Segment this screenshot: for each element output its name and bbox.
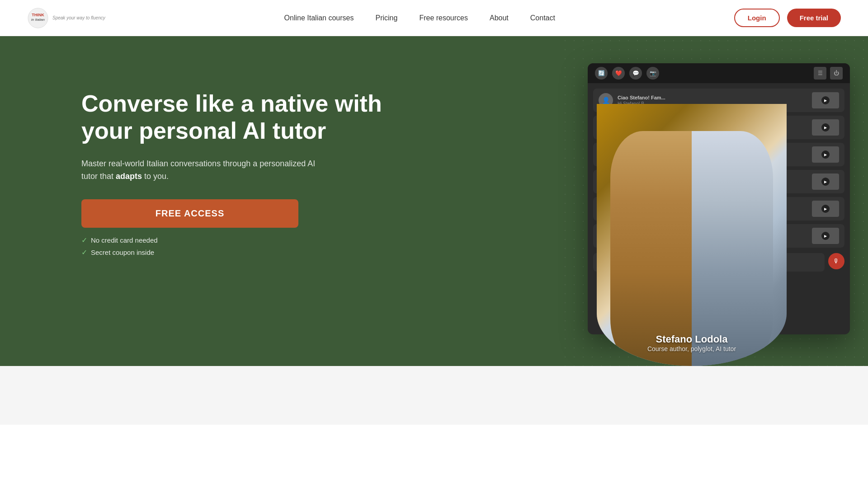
hero-desc-bold: adapts [116, 172, 142, 181]
hero-description: Master real-world Italian conversations … [81, 157, 326, 183]
app-topbar-left-icons: 🔄 ❤️ 💬 📷 [595, 67, 659, 80]
app-icon-2: ❤️ [612, 67, 625, 80]
app-icon-1: 🔄 [595, 67, 608, 80]
nav-online-italian-courses[interactable]: Online Italian courses [284, 14, 354, 22]
person-overlay: Stefano Lodola Course author, polyglot, … [597, 104, 787, 366]
logo[interactable]: THINK in Italian Speak your way to fluen… [27, 7, 105, 29]
chat-thumb-1: ▶ [812, 92, 839, 108]
play-btn-3[interactable]: ▶ [821, 150, 830, 159]
play-btn-5[interactable]: ▶ [821, 205, 830, 213]
play-btn-6[interactable]: ▶ [821, 232, 830, 240]
app-icon-4: 📷 [646, 67, 659, 80]
logo-tagline: Speak your way to fluency [52, 15, 105, 20]
app-power-icon: ⏻ [830, 67, 843, 80]
play-btn-2[interactable]: ▶ [821, 123, 830, 131]
check-item-1: ✓ No credit card needed [81, 236, 398, 244]
play-btn-4[interactable]: ▶ [821, 178, 830, 186]
hero-content: Converse like a native with your persona… [81, 72, 398, 257]
footer-strip [0, 366, 868, 425]
play-btn-1[interactable]: ▶ [821, 96, 830, 104]
check-label-2: Secret coupon inside [91, 249, 154, 256]
navbar: THINK in Italian Speak your way to fluen… [0, 0, 868, 36]
face-robot-half [692, 131, 773, 366]
free-access-button[interactable]: FREE ACCESS [81, 199, 298, 228]
chat-thumb-5: ▶ [812, 201, 839, 217]
chat-thumb-2: ▶ [812, 119, 839, 136]
person-name-badge: Stefano Lodola Course author, polyglot, … [647, 333, 736, 352]
face-container [610, 131, 773, 366]
hero-desc-suffix: to you. [142, 172, 169, 181]
check-label-1: No credit card needed [91, 236, 158, 244]
login-button[interactable]: Login [734, 9, 780, 27]
check-item-2: ✓ Secret coupon inside [81, 248, 398, 257]
face-human-half [610, 131, 692, 366]
chat-thumb-6: ▶ [812, 228, 839, 244]
person-face [597, 104, 787, 366]
mic-button[interactable]: 🎙 [828, 253, 844, 269]
nav-contact[interactable]: Contact [530, 14, 555, 22]
nav-about[interactable]: About [490, 14, 509, 22]
hero-section: Converse like a native with your persona… [0, 36, 868, 366]
chat-thumb-3: ▶ [812, 146, 839, 163]
free-trial-button[interactable]: Free trial [787, 9, 841, 27]
chat-thumb-4: ▶ [812, 174, 839, 190]
hero-title: Converse like a native with your persona… [81, 90, 398, 145]
nav-free-resources[interactable]: Free resources [419, 14, 468, 22]
app-topbar: 🔄 ❤️ 💬 📷 ☰ ⏻ [588, 63, 850, 83]
app-topbar-right-icons: ☰ ⏻ [814, 67, 843, 80]
app-icon-3: 💬 [629, 67, 642, 80]
logo-text-area: Speak your way to fluency [52, 15, 105, 20]
hero-image-area: 🔄 ❤️ 💬 📷 ☰ ⏻ 👤 Ciao Stefano! Fam... Hi S… [561, 36, 868, 366]
checklist: ✓ No credit card needed ✓ Secret coupon … [81, 236, 398, 257]
logo-icon: THINK in Italian [27, 7, 49, 29]
check-icon-1: ✓ [81, 236, 87, 244]
nav-actions: Login Free trial [734, 9, 841, 27]
check-icon-2: ✓ [81, 248, 87, 257]
svg-text:in Italian: in Italian [31, 18, 45, 22]
svg-text:THINK: THINK [32, 13, 44, 17]
app-menu-icon: ☰ [814, 67, 826, 80]
main-nav: Online Italian courses Pricing Free reso… [284, 14, 555, 22]
person-name: Stefano Lodola [647, 333, 736, 345]
chat-line-top-1: Ciao Stefano! Fam... [618, 95, 807, 100]
nav-pricing[interactable]: Pricing [375, 14, 397, 22]
person-title: Course author, polyglot, AI tutor [647, 345, 736, 352]
